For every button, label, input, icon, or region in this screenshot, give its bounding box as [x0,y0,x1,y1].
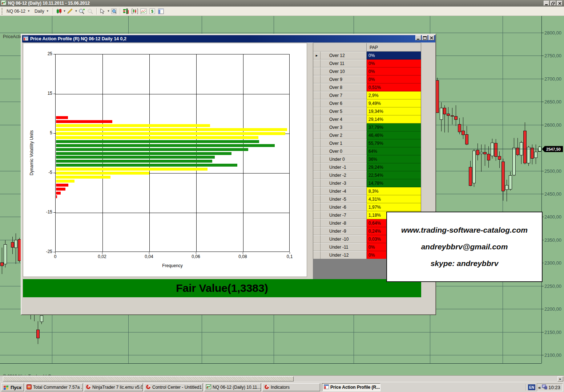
taskbar-item[interactable]: NQ 06-12 (Daily) 10.11.... [204,383,261,391]
table-row[interactable]: Under -61,97% [313,203,421,211]
current-price-tag: 2547,50 [542,146,563,152]
candle [491,143,494,156]
taskbar-item[interactable]: NinjaTrader 7 lic.emu v5.06 [84,383,143,391]
row-selector-cell [313,155,321,163]
line-chart-icon[interactable] [140,7,148,15]
table-row[interactable]: Over 100% [313,68,421,75]
table-row[interactable]: Over 90% [313,75,421,83]
chart-candles-icon[interactable] [131,7,139,15]
row-selector-cell [313,83,321,91]
market-analyzer-icon[interactable] [122,7,130,15]
table-row[interactable]: Over 429,14% [313,115,421,123]
row-selector-cell [313,131,321,139]
chevron-down-icon[interactable]: ▼ [107,9,110,13]
cursor-icon[interactable] [98,7,106,15]
row-selector-cell [313,115,321,123]
histogram-x-label: 0,02 [94,254,110,259]
histogram-x-label: 0,08 [235,254,251,259]
zoom-out-icon[interactable] [86,7,94,15]
table-row[interactable]: Over 72,9% [313,91,421,99]
pap-value-cell: 0% [367,75,421,83]
taskbar-item[interactable]: Indicators [262,383,320,391]
window-close-button[interactable] [557,1,563,6]
application-window: NQ 06-12 (Daily) 10.11.2011 - 15.06.2012… [0,0,564,392]
toolbar-separator [120,8,120,15]
chevron-down-icon[interactable]: ▼ [74,9,77,13]
scrollbar-right-arrow[interactable]: ► [557,376,563,381]
row-selector-cell [313,227,321,235]
watermark-line: andreybbrv@gmail.com [387,242,542,251]
price-action-profile-dialog[interactable]: Price Action Profile (R) NQ 06-12 Daily … [21,34,436,315]
table-row[interactable]: Over 246,46% [313,131,421,139]
zoom-in-icon[interactable] [78,7,86,15]
price-axis-line [541,16,542,363]
data-box-icon[interactable] [110,7,118,15]
scrollbar-thumb[interactable] [3,376,294,381]
price-axis-label: 2500,00 [544,168,561,174]
table-row[interactable]: Under -314,78% [313,179,421,187]
instrument-value: NQ 06-12 [7,9,25,14]
toolbar-grip[interactable] [1,8,3,15]
taskbar-item-label: Control Center - Untitled1 [152,385,202,390]
candle [454,116,458,120]
table-row[interactable]: Under -48,3% [313,187,421,195]
form-icon [324,384,329,390]
table-row[interactable]: Under -129,24% [313,163,421,171]
tray-separator [526,384,527,391]
table-header-row: PAP [313,43,421,52]
table-row[interactable]: Over 064% [313,147,421,155]
table-row[interactable]: Under 036% [313,155,421,163]
chevron-down-icon[interactable]: ▼ [63,9,66,13]
current-price-line [436,149,541,149]
drawing-tools-icon[interactable] [66,7,74,15]
candlestick-style-icon[interactable] [55,7,63,15]
taskbar-item-label: NQ 06-12 (Daily) 10.11.... [213,385,261,390]
row-label-cell: Over 10 [321,68,367,75]
taskbar-item[interactable]: Price Action Profile (R... [322,383,380,391]
period-select[interactable]: Daily ▼ [32,8,51,15]
pap-value-cell: 14,78% [367,179,421,187]
main-title-bar[interactable]: NQ 06-12 (Daily) 10.11.2011 - 15.06.2012 [0,0,564,7]
window-minimize-button[interactable] [544,1,549,6]
dollar-icon[interactable]: $ [148,7,156,15]
language-indicator[interactable]: EN [528,384,535,390]
tray-collapse-button[interactable]: « [538,385,541,390]
table-row[interactable]: ►Over 120% [313,52,421,60]
taskbar-item[interactable]: Total Commander 7.57a ... [25,383,83,391]
table-row[interactable]: Over 519,34% [313,107,421,115]
dialog-title: Price Action Profile (R) NQ 06-12 Daily … [30,36,126,41]
histogram-y-tick [53,173,55,173]
dialog-close-button[interactable] [428,35,434,40]
horizontal-scrollbar[interactable]: ► [0,375,564,382]
dialog-maximize-button[interactable] [422,35,428,40]
histogram-gridline-h [56,94,289,94]
table-row[interactable]: Over 155,79% [313,139,421,147]
candle [512,148,516,175]
price-gridline [0,332,541,332]
window-restore-button[interactable] [550,1,556,6]
candle-wick [507,180,507,201]
histogram-x-label: 0,1 [282,254,298,259]
table-row[interactable]: Over 69,49% [313,99,421,107]
table-row[interactable]: Under -54,31% [313,195,421,203]
start-button[interactable]: Пуск [1,383,24,391]
pap-value-cell: 64% [367,147,421,155]
histogram-plot [55,54,290,252]
table-row[interactable]: Over 80,51% [313,83,421,91]
row-selector-cell [313,251,321,259]
network-icon[interactable] [542,384,547,391]
pap-value-cell: 0% [367,68,421,75]
candle [436,80,439,113]
dialog-title-bar[interactable]: Price Action Profile (R) NQ 06-12 Daily … [22,35,435,42]
dialog-minimize-button[interactable] [415,35,421,40]
pap-value-cell: 2,9% [367,91,421,99]
clock[interactable]: 10:23 [548,385,560,390]
panel-icon[interactable] [157,7,165,15]
table-row[interactable]: Under -222,54% [313,171,421,179]
instrument-select[interactable]: NQ 06-12 ▼ [4,8,32,15]
taskbar-item[interactable]: Control Center - Untitled1 [144,383,203,391]
table-row[interactable]: Over 337,79% [313,123,421,131]
histogram-y-label: -5 [41,170,52,175]
candle-wick [499,151,500,168]
table-row[interactable]: Over 110% [313,60,421,68]
